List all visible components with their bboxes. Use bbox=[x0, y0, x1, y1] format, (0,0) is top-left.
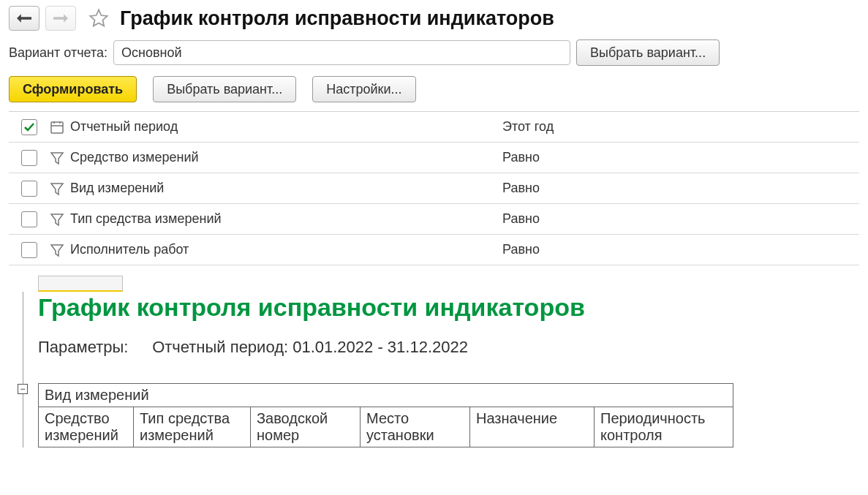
choose-variant-button-top[interactable]: Выбрать вариант... bbox=[576, 39, 720, 66]
variant-input[interactable] bbox=[113, 40, 570, 65]
generate-button[interactable]: Сформировать bbox=[9, 76, 137, 102]
report-column-header: Заводской номер bbox=[251, 407, 361, 447]
filter-value[interactable]: Этот год bbox=[502, 119, 853, 135]
report-table: Вид измерений Средство измеренийТип сред… bbox=[38, 383, 733, 447]
report-header-row: Средство измеренийТип средства измерений… bbox=[39, 407, 733, 447]
variant-label: Вариант отчета: bbox=[9, 45, 107, 61]
filter-label: Средство измерений bbox=[70, 150, 502, 165]
page-title: График контроля исправности индикаторов bbox=[120, 7, 554, 30]
filter-icon bbox=[44, 181, 70, 196]
arrow-left-icon bbox=[17, 13, 31, 23]
report-area: − График контроля исправности индикаторо… bbox=[9, 276, 859, 447]
filter-value[interactable]: Равно bbox=[502, 181, 853, 196]
filter-check-cell bbox=[15, 119, 44, 135]
filter-checkbox[interactable] bbox=[21, 242, 37, 258]
filter-check-cell bbox=[15, 181, 44, 197]
calendar-icon bbox=[44, 120, 70, 135]
filter-icon bbox=[44, 151, 70, 165]
report-column-header: Назначение bbox=[470, 407, 595, 447]
report-group-row: Вид измерений bbox=[39, 384, 733, 407]
report-ruler-row bbox=[38, 276, 859, 292]
filter-value[interactable]: Равно bbox=[502, 242, 853, 257]
filter-label: Отчетный период bbox=[70, 119, 502, 135]
filter-check-cell bbox=[15, 211, 44, 227]
filter-value[interactable]: Равно bbox=[502, 150, 853, 165]
filter-value[interactable]: Равно bbox=[502, 211, 853, 227]
filter-row[interactable]: Исполнитель работРавно bbox=[9, 235, 859, 265]
filter-checkbox[interactable] bbox=[21, 150, 37, 166]
filter-table: Отчетный периодЭтот годСредство измерени… bbox=[9, 111, 859, 265]
report-params-label: Параметры: bbox=[38, 338, 148, 357]
filter-label: Исполнитель работ bbox=[70, 242, 502, 257]
forward-button[interactable] bbox=[45, 6, 76, 31]
gutter-line bbox=[23, 292, 23, 447]
favorite-button[interactable] bbox=[86, 6, 111, 31]
report-column-header: Тип средства измерений bbox=[134, 407, 251, 447]
titlebar: График контроля исправности индикаторов bbox=[0, 0, 868, 37]
filter-icon bbox=[44, 212, 70, 227]
report-ruler-cell bbox=[38, 276, 123, 292]
filter-check-cell bbox=[15, 150, 44, 166]
variant-row: Вариант отчета: Выбрать вариант... bbox=[0, 37, 868, 69]
report-column-header: Периодичность контроля bbox=[595, 407, 733, 447]
collapse-toggle[interactable]: − bbox=[18, 384, 28, 394]
filter-label: Тип средства измерений bbox=[70, 211, 502, 227]
svg-rect-0 bbox=[51, 122, 63, 133]
toolbar: Сформировать Выбрать вариант... Настройк… bbox=[0, 69, 868, 111]
filter-row[interactable]: Тип средства измеренийРавно bbox=[9, 204, 859, 235]
filter-checkbox[interactable] bbox=[21, 181, 37, 197]
filter-row[interactable]: Отчетный периодЭтот год bbox=[9, 112, 859, 143]
filter-checkbox[interactable] bbox=[21, 211, 37, 227]
report-column-header: Место установки bbox=[361, 407, 470, 447]
report-params: Параметры: Отчетный период: 01.01.2022 -… bbox=[38, 338, 859, 357]
report-content: График контроля исправности индикаторов … bbox=[38, 276, 859, 447]
filter-label: Вид измерений bbox=[70, 181, 502, 196]
back-button[interactable] bbox=[9, 6, 39, 31]
filter-row[interactable]: Средство измеренийРавно bbox=[9, 143, 859, 173]
report-title: График контроля исправности индикаторов bbox=[38, 293, 859, 322]
star-icon bbox=[88, 8, 109, 29]
settings-button[interactable]: Настройки... bbox=[312, 76, 415, 102]
report-params-value: Отчетный период: 01.01.2022 - 31.12.2022 bbox=[152, 338, 468, 356]
filter-row[interactable]: Вид измеренийРавно bbox=[9, 173, 859, 204]
report-group-header: Вид измерений bbox=[39, 384, 733, 407]
arrow-right-icon bbox=[53, 13, 68, 23]
report-column-header: Средство измерений bbox=[39, 407, 134, 447]
choose-variant-button[interactable]: Выбрать вариант... bbox=[153, 76, 296, 102]
filter-checkbox[interactable] bbox=[21, 119, 37, 135]
filter-icon bbox=[44, 243, 70, 257]
filter-check-cell bbox=[15, 242, 44, 258]
